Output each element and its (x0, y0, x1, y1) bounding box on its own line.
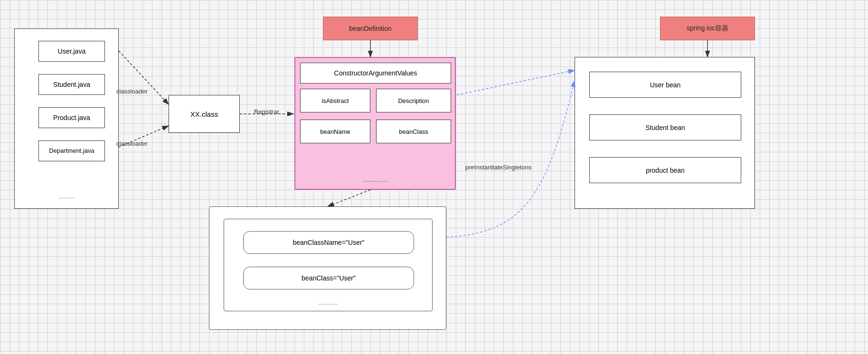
xxclass-label: XX.class (190, 110, 218, 118)
bean-class-val-label: beanClass="User" (302, 274, 356, 282)
bean-class-name-label: beanClassName="User" (292, 239, 364, 246)
student-bean-box: Student bean (589, 114, 741, 140)
product-bean-label: product bean (646, 167, 685, 174)
spring-ioc-header-label: spring ioc容器 (687, 24, 728, 33)
svg-line-8 (328, 190, 370, 206)
student-bean-label: Student bean (645, 124, 685, 131)
instance-container: beanClassName="User" beanClass="User" ..… (209, 206, 446, 330)
spring-ioc-container: User bean Student bean product bean (575, 57, 755, 209)
bean-name-label: beanName (320, 128, 350, 135)
bean-name-box: beanName (300, 120, 370, 143)
bean-def-header-label: beanDefinition (349, 25, 392, 32)
classloader-bottom-label: classloader (116, 140, 148, 147)
bean-definition-header: beanDefinition (323, 17, 418, 40)
xxclass-box: XX.class (169, 95, 240, 133)
java-files-container: User.java Student.java Product.java Depa… (14, 28, 119, 209)
bean-def-dots: ............... (300, 176, 451, 183)
classloader-top-label: classloader (116, 88, 148, 95)
bean-class-label: beanClass (399, 128, 428, 135)
bean-def-container: ConstructorArgumentValues isAbstract Des… (294, 57, 456, 190)
bean-class-name-box: beanClassName="User" (243, 231, 414, 254)
department-java-label: Department.java (49, 147, 94, 155)
department-java-box: Department.java (38, 140, 105, 161)
user-java-label: User.java (58, 47, 85, 55)
is-abstract-label: isAbstract (321, 97, 349, 104)
svg-line-3 (119, 51, 169, 104)
constructor-values-label: ConstructorArgumentValues (334, 69, 417, 77)
instance-inner: beanClassName="User" beanClass="User" ..… (224, 219, 433, 311)
description-box: Description (376, 89, 451, 112)
user-java-box: User.java (38, 41, 105, 62)
student-java-label: Student.java (53, 81, 90, 88)
description-label: Description (398, 97, 429, 104)
bean-class-box: beanClass (376, 120, 451, 143)
product-java-box: Product.java (38, 107, 105, 128)
user-bean-label: User bean (650, 81, 681, 89)
spring-ioc-header: spring ioc容器 (660, 17, 755, 40)
instance-dots: ........... (224, 299, 432, 306)
constructor-argument-values-box: ConstructorArgumentValues (300, 63, 451, 84)
registrar-label: Registrar (254, 108, 279, 115)
java-dots: ......... (15, 193, 118, 200)
is-abstract-box: isAbstract (300, 89, 370, 112)
product-java-label: Product.java (53, 114, 90, 121)
student-java-box: Student.java (38, 74, 105, 95)
diagram-container: User.java Student.java Product.java Depa… (0, 0, 868, 354)
product-bean-box: product bean (589, 157, 741, 183)
bean-class-val-box: beanClass="User" (243, 267, 414, 289)
user-bean-box: User bean (589, 72, 741, 98)
pre-instantiate-label: preInstantiateSingletons (465, 164, 531, 171)
